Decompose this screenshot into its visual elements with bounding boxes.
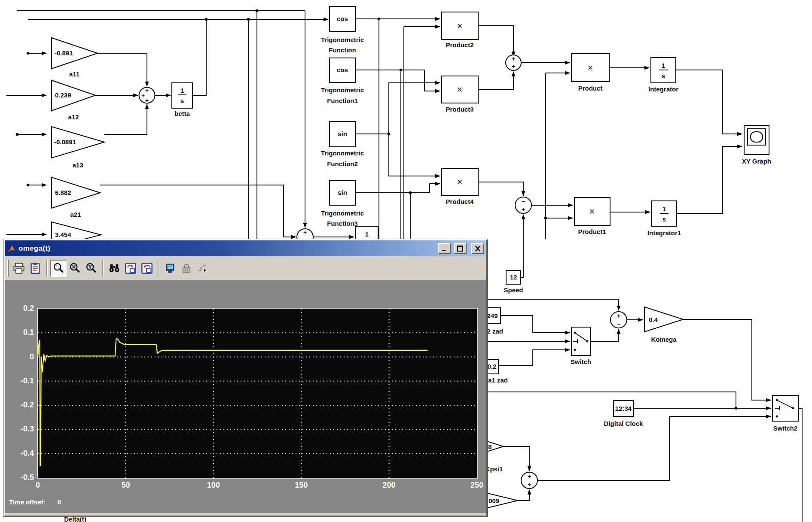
svg-text:Digital Clock: Digital Clock xyxy=(604,420,644,427)
y-tick-label: 0.1 xyxy=(12,328,34,337)
integrator-betta[interactable]: 1 s betta xyxy=(172,83,192,117)
sum-block[interactable]: + + + xyxy=(139,87,155,104)
trig-function3[interactable]: sin Trigonometric Function3 xyxy=(321,180,364,227)
speed-constant[interactable]: 12 Speed xyxy=(504,270,523,294)
x-tick-label: 150 xyxy=(288,481,314,490)
product3-block[interactable]: × Product3 xyxy=(442,76,478,113)
title-bar[interactable]: omega(t) xyxy=(5,240,486,256)
svg-text:.009: .009 xyxy=(487,497,499,504)
svg-text:a21: a21 xyxy=(70,211,81,218)
minimize-button[interactable] xyxy=(438,243,451,254)
toolbar-separator xyxy=(158,260,159,276)
svg-text:+: + xyxy=(145,97,149,104)
svg-text:Function: Function xyxy=(329,46,356,54)
digital-clock-block[interactable]: 12:34 Digital Clock xyxy=(604,401,644,427)
svg-text:Komega: Komega xyxy=(651,336,677,343)
y-tick-label: 0 xyxy=(12,352,34,361)
scope-window[interactable]: omega(t) xyxy=(3,239,488,517)
sum4-block[interactable]: + + xyxy=(521,472,537,489)
trig-function1[interactable]: cos Trigonometric Function1 xyxy=(321,58,364,104)
toolbar-handle[interactable] xyxy=(7,260,9,277)
time-offset-label: Time offset: xyxy=(9,498,46,506)
svg-text:+: + xyxy=(528,481,531,488)
svg-text:Trigonometric: Trigonometric xyxy=(321,86,364,94)
svg-text:Kpsi1: Kpsi1 xyxy=(485,465,503,473)
svg-text:+: + xyxy=(141,92,145,99)
xy-graph-block[interactable]: XY Graph xyxy=(742,125,771,165)
svg-text:-0.891: -0.891 xyxy=(55,49,73,57)
svg-text:sin: sin xyxy=(338,189,347,196)
zoom-x-icon[interactable] xyxy=(67,260,83,277)
svg-text:×: × xyxy=(589,206,595,217)
svg-text:XY Graph: XY Graph xyxy=(742,158,771,165)
gain-a11[interactable]: -0.891 a11 xyxy=(52,38,98,78)
integrator-block[interactable]: 1 s Integrator xyxy=(648,58,678,93)
restore-axes-icon[interactable] xyxy=(139,260,155,277)
trig-function2[interactable]: sin Trigonometric Function2 xyxy=(321,121,364,167)
maximize-button[interactable] xyxy=(454,243,467,254)
svg-text:6.882: 6.882 xyxy=(55,189,71,196)
gain-a21[interactable]: 6.882 a21 xyxy=(52,177,100,218)
parameters-icon[interactable] xyxy=(27,260,43,277)
x-tick-label: 0 xyxy=(25,481,51,490)
product-block[interactable]: × Product xyxy=(571,54,609,92)
gain-a13[interactable]: -0.0891 a13 xyxy=(52,127,104,169)
svg-text:+: + xyxy=(512,55,515,62)
gain-komega[interactable]: 0.4 Komega xyxy=(644,307,683,343)
svg-text:+: + xyxy=(522,206,525,213)
svg-text:Product3: Product3 xyxy=(446,106,473,113)
zoom-icon[interactable] xyxy=(50,260,67,277)
floating-scope-icon[interactable] xyxy=(162,260,178,277)
svg-text:×: × xyxy=(457,84,463,95)
svg-text:12: 12 xyxy=(510,273,517,281)
svg-text:Function3: Function3 xyxy=(327,220,358,227)
svg-text:Trigonometric: Trigonometric xyxy=(321,149,364,157)
product1-block[interactable]: × Product1 xyxy=(574,197,610,235)
sum1-block[interactable]: + + xyxy=(506,55,521,70)
switch-block[interactable]: Switch xyxy=(571,327,591,365)
svg-text:×: × xyxy=(457,21,463,31)
integrator1-block[interactable]: 1 s Integrator1 xyxy=(647,201,681,237)
figure-area: Time offset:0 0.20.10-0.1-0.2-0.3-0.4-0.… xyxy=(5,280,486,513)
x-tick-label: 250 xyxy=(464,481,486,490)
status-bar: Time offset:0 xyxy=(9,498,61,506)
product4-block[interactable]: × Product4 xyxy=(442,168,478,205)
plot-area[interactable] xyxy=(38,309,477,478)
switch2-block[interactable]: Switch2 xyxy=(772,395,798,432)
trig-function[interactable]: cos Trigonometric Function xyxy=(321,6,364,54)
svg-text:+: + xyxy=(303,229,307,236)
svg-text:8: 8 xyxy=(488,443,491,450)
save-axes-icon[interactable] xyxy=(122,260,139,277)
svg-text:1: 1 xyxy=(662,62,665,69)
print-icon[interactable] xyxy=(11,260,27,277)
svg-text:3.454: 3.454 xyxy=(55,231,71,238)
svg-text:-0.0891: -0.0891 xyxy=(54,138,76,146)
svg-text:Product2: Product2 xyxy=(446,41,473,49)
x-tick-label: 100 xyxy=(201,481,226,490)
autoscale-binoculars-icon[interactable] xyxy=(106,260,122,277)
lock-axes-icon[interactable] xyxy=(178,260,195,277)
gain-a12[interactable]: 0.239 a12 xyxy=(52,80,95,121)
product2-block[interactable]: × Product2 xyxy=(442,12,478,49)
zoom-y-icon[interactable] xyxy=(83,260,99,277)
svg-text:Trigonometric: Trigonometric xyxy=(321,36,364,43)
y-tick-label: -0.3 xyxy=(12,425,34,434)
svg-text:×: × xyxy=(588,62,593,73)
y-tick-label: -0.2 xyxy=(12,401,34,410)
toolbar xyxy=(5,256,486,280)
close-button[interactable] xyxy=(471,243,484,254)
svg-text:249: 249 xyxy=(487,312,498,319)
select-signals-icon[interactable] xyxy=(195,260,211,277)
svg-text:+: + xyxy=(512,63,515,70)
x-tick-label: 200 xyxy=(376,481,402,490)
svg-text:Integrator1: Integrator1 xyxy=(647,229,681,237)
y-tick-label: 0.2 xyxy=(12,304,34,313)
sum2-block[interactable]: − + xyxy=(515,197,531,213)
svg-text:1: 1 xyxy=(365,231,369,238)
svg-text:cos: cos xyxy=(337,66,348,73)
svg-text:Trigonometric: Trigonometric xyxy=(321,209,364,217)
svg-text:Product: Product xyxy=(578,85,603,92)
svg-text:betta: betta xyxy=(174,110,190,117)
sum3-block[interactable]: + − xyxy=(611,312,627,328)
svg-text:s: s xyxy=(662,72,665,79)
